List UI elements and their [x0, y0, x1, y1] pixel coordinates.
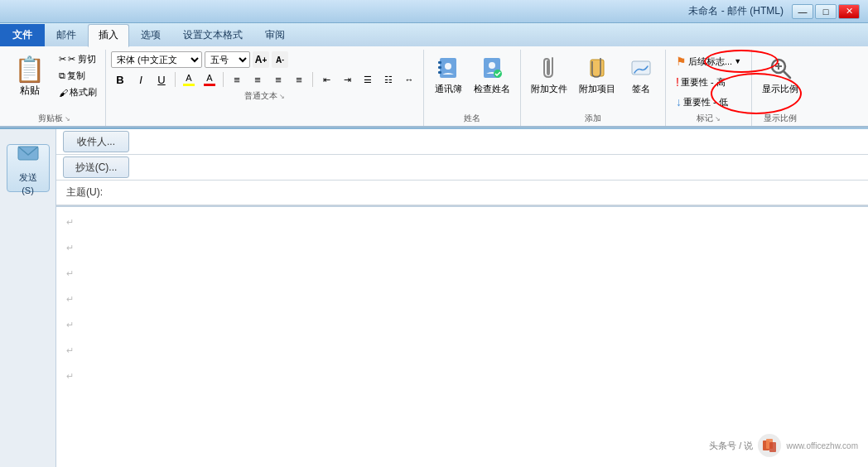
- paste-icon: 📋: [14, 55, 45, 84]
- align-left-button[interactable]: ≡: [228, 70, 246, 89]
- maximize-button[interactable]: □: [815, 4, 837, 19]
- italic-button[interactable]: I: [132, 70, 150, 89]
- followup-button[interactable]: ⚑ 后续标志... ▼: [671, 51, 746, 71]
- zoom-group: 显示比例 显示比例: [752, 50, 808, 126]
- tab-format[interactable]: 设置文本格式: [172, 24, 253, 46]
- add-buttons: 附加文件 附加项目: [526, 51, 660, 111]
- font-row-1: 宋体 (中文正文 五号 A+ A-: [111, 51, 418, 68]
- checknames-label: 检查姓名: [474, 83, 510, 95]
- send-panel: 发送 (S): [0, 129, 56, 467]
- basictext-label-text: 普通文本: [244, 90, 277, 102]
- svg-rect-2: [438, 66, 441, 69]
- addressbook-button[interactable]: 通讯簿: [429, 51, 467, 99]
- copy-button[interactable]: ⧉ 复制: [55, 68, 100, 84]
- title-bar: 未命名 - 邮件 (HTML) — □ ✕: [0, 0, 868, 23]
- ribbon-tab-bar: 文件 邮件 插入 选项 设置文本格式 审阅: [0, 23, 868, 46]
- followup-flag-icon: ⚑: [676, 55, 687, 68]
- font-color-button[interactable]: A: [200, 70, 219, 89]
- attach-file-label: 附加文件: [531, 83, 567, 95]
- attach-item-icon: [584, 55, 610, 81]
- basictext-group-label: 普通文本 ↘: [244, 90, 285, 102]
- signature-label: 签名: [632, 83, 650, 95]
- tags-expand-icon[interactable]: ↘: [715, 115, 721, 123]
- window-title: 未命名 - 邮件 (HTML): [688, 4, 784, 18]
- bullet-list-button[interactable]: ☰: [359, 70, 377, 89]
- svg-point-6: [489, 62, 495, 69]
- to-button[interactable]: 收件人...: [63, 131, 129, 152]
- attach-file-button[interactable]: 附加文件: [526, 51, 572, 99]
- format-painter-button[interactable]: 🖌 格式刷: [55, 84, 100, 100]
- cc-input[interactable]: [136, 160, 868, 175]
- tab-review[interactable]: 审阅: [254, 24, 296, 46]
- font-grow-button[interactable]: A+: [253, 51, 269, 68]
- font-name-select[interactable]: 宋体 (中文正文: [111, 51, 202, 68]
- paste-button[interactable]: 📋 粘贴: [8, 51, 51, 111]
- names-label-text: 姓名: [464, 113, 480, 124]
- svg-rect-18: [769, 442, 776, 452]
- attach-item-button[interactable]: 附加项目: [574, 51, 620, 99]
- separator-3: [312, 72, 313, 87]
- clipboard-buttons: 📋 粘贴 ✂ ✂ 剪切 ⧉ 复制 🖌: [8, 51, 100, 111]
- ribbon: 📋 粘贴 ✂ ✂ 剪切 ⧉ 复制 🖌: [0, 46, 868, 128]
- watermark-text: 头条号 / 说: [709, 440, 753, 452]
- basictext-expand-icon[interactable]: ↘: [279, 93, 285, 100]
- tab-file[interactable]: 文件: [0, 24, 45, 46]
- close-button[interactable]: ✕: [838, 4, 860, 19]
- font-shrink-button[interactable]: A-: [272, 51, 288, 68]
- minimize-button[interactable]: —: [792, 4, 813, 19]
- increase-indent-button[interactable]: ⇥: [338, 70, 356, 89]
- number-list-button[interactable]: ☷: [379, 70, 398, 89]
- format-painter-label: 格式刷: [70, 86, 97, 99]
- window-controls[interactable]: — □ ✕: [792, 4, 860, 19]
- compose-area[interactable]: ↵ ↵ ↵ ↵ ↵ ↵ ↵ 头条号 / 说: [56, 205, 868, 467]
- tags-group: ⚑ 后续标志... ▼ ! 重要性 - 高 ↓ 重要性 - 低: [666, 50, 752, 126]
- bold-button[interactable]: B: [111, 70, 129, 89]
- compose-line-2: ↵: [66, 243, 858, 253]
- cc-row: 抄送(C)...: [56, 155, 868, 181]
- subject-input[interactable]: [106, 185, 868, 200]
- compose-line-7: ↵: [66, 371, 858, 382]
- importance-low-button[interactable]: ↓ 重要性 - 低: [671, 93, 733, 111]
- font-size-select[interactable]: 五号: [205, 51, 250, 68]
- justify-button[interactable]: ≡: [290, 70, 308, 89]
- fields-panel: 收件人... 抄送(C)... 主题(U): ↵ ↵: [56, 129, 868, 467]
- followup-dropdown-icon[interactable]: ▼: [734, 57, 741, 65]
- office-logo-icon: [758, 434, 781, 457]
- names-group-label: 姓名: [464, 113, 480, 124]
- tab-mail[interactable]: 邮件: [46, 24, 87, 46]
- cut-label: ✂ 剪切: [68, 53, 96, 65]
- subject-row: 主题(U):: [56, 181, 868, 205]
- watermark-site: www.officezhw.com: [786, 441, 858, 450]
- mail-inner: 发送 (S) 收件人... 抄送(C)... 主题(U):: [0, 129, 868, 467]
- svg-point-4: [445, 63, 451, 70]
- tab-insert[interactable]: 插入: [88, 24, 129, 47]
- signature-icon: [628, 55, 654, 81]
- underline-button[interactable]: U: [152, 70, 171, 89]
- ribbon-content: 📋 粘贴 ✂ ✂ 剪切 ⧉ 复制 🖌: [0, 46, 868, 128]
- svg-rect-1: [438, 61, 441, 64]
- tab-options[interactable]: 选项: [130, 24, 171, 46]
- checknames-button[interactable]: 检查姓名: [469, 51, 515, 99]
- add-label-text: 添加: [585, 113, 601, 124]
- send-button[interactable]: 发送 (S): [7, 144, 50, 192]
- zoom-button[interactable]: 显示比例: [757, 51, 803, 99]
- align-right-button[interactable]: ≡: [269, 70, 287, 89]
- clipboard-expand-icon[interactable]: ↘: [65, 115, 70, 123]
- cc-button[interactable]: 抄送(C)...: [63, 156, 129, 178]
- align-center-button[interactable]: ≡: [248, 70, 267, 89]
- tags-buttons: ⚑ 后续标志... ▼ ! 重要性 - 高 ↓ 重要性 - 低: [671, 51, 746, 111]
- rtl-button[interactable]: ↔: [400, 70, 418, 89]
- copy-label: 复制: [67, 70, 85, 82]
- separator-2: [223, 72, 224, 87]
- clipboard-group: 📋 粘贴 ✂ ✂ 剪切 ⧉ 复制 🖌: [3, 50, 106, 126]
- importance-high-button[interactable]: ! 重要性 - 高: [671, 73, 731, 91]
- highlight-color-bar: [183, 84, 195, 86]
- highlight-button[interactable]: A: [180, 70, 198, 89]
- decrease-indent-button[interactable]: ⇤: [317, 70, 335, 89]
- compose-line-1: ↵: [66, 217, 858, 228]
- cut-button[interactable]: ✂ ✂ 剪切: [55, 51, 100, 67]
- send-key-label: (S): [22, 185, 34, 195]
- to-input[interactable]: [136, 134, 868, 149]
- font-controls: 宋体 (中文正文 五号 A+ A- B I U: [111, 51, 418, 89]
- signature-button[interactable]: 签名: [622, 51, 660, 99]
